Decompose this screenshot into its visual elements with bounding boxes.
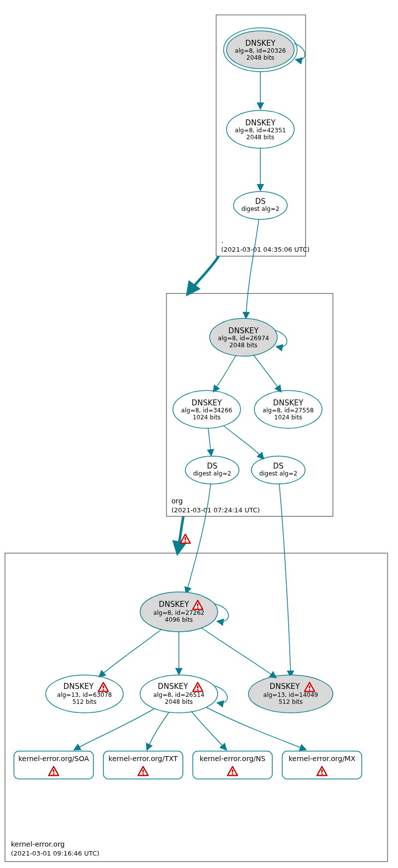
svg-text:digest alg=2: digest alg=2: [193, 470, 232, 477]
svg-text:DNSKEY: DNSKEY: [245, 118, 276, 127]
svg-text:DNSKEY: DNSKEY: [64, 682, 94, 691]
svg-text:alg=13, id=14049: alg=13, id=14049: [263, 691, 318, 698]
edge-root-ksk-selfloop: [294, 44, 305, 60]
edge-dom-ksk-to-zsk-c: [201, 628, 276, 677]
svg-text:DS: DS: [207, 462, 217, 471]
edge-org-ds2-to-dom-zsk-c: [279, 484, 291, 676]
warning-icon: [180, 534, 190, 543]
svg-text:kernel-error.org/NS: kernel-error.org/NS: [200, 755, 265, 763]
node-dom-zsk-b: DNSKEY alg=8, id=26514 2048 bits: [140, 675, 218, 713]
node-dom-zsk-a: DNSKEY alg=13, id=63078 512 bits: [46, 675, 123, 713]
edge-org-ds1-to-dom-ksk: [186, 484, 211, 593]
svg-text:kernel-error.org/TXT: kernel-error.org/TXT: [108, 755, 178, 763]
svg-text:alg=8, id=27558: alg=8, id=27558: [263, 407, 314, 414]
node-root-ds: DS digest alg=2: [234, 192, 287, 219]
svg-text:DNSKEY: DNSKEY: [245, 39, 276, 48]
svg-text:kernel-error.org/MX: kernel-error.org/MX: [289, 755, 356, 763]
svg-text:2048 bits: 2048 bits: [246, 134, 274, 141]
svg-text:DNSKEY: DNSKEY: [229, 326, 259, 335]
node-dom-ksk: DNSKEY alg=8, id=27262 4096 bits: [140, 592, 218, 632]
node-leaf-mx: kernel-error.org/MX: [282, 751, 362, 779]
svg-text:512 bits: 512 bits: [279, 698, 303, 705]
node-org-ds2: DS digest alg=2: [251, 456, 305, 484]
node-org-zsk1: DNSKEY alg=8, id=34266 1024 bits: [173, 390, 240, 428]
zone-domain-timestamp: (2021-03-01 09:16:46 UTC): [11, 850, 99, 857]
node-org-ds1: DS digest alg=2: [185, 456, 239, 484]
svg-text:alg=8, id=42351: alg=8, id=42351: [235, 127, 286, 134]
svg-text:alg=8, id=27262: alg=8, id=27262: [154, 609, 205, 616]
edge-org-to-domain-thick: [178, 516, 183, 551]
svg-text:2048 bits: 2048 bits: [165, 698, 193, 705]
edge-dom-zsk-b-to-txt: [147, 712, 169, 750]
node-org-zsk2: DNSKEY alg=8, id=27558 1024 bits: [254, 390, 322, 428]
node-root-ksk: DNSKEY alg=8, id=20326 2048 bits: [224, 28, 297, 72]
svg-text:digest alg=2: digest alg=2: [241, 205, 280, 212]
svg-text:2048 bits: 2048 bits: [246, 54, 274, 61]
edge-dom-ksk-to-zsk-a: [99, 629, 161, 676]
svg-text:alg=8, id=26974: alg=8, id=26974: [218, 335, 269, 342]
svg-text:alg=8, id=26514: alg=8, id=26514: [154, 691, 205, 698]
svg-text:kernel-error.org/SOA: kernel-error.org/SOA: [18, 755, 89, 763]
svg-text:512 bits: 512 bits: [73, 698, 97, 705]
zone-domain-label: kernel-error.org: [11, 840, 65, 848]
edge-org-zsk1-to-ds2: [224, 426, 263, 459]
edge-dom-zsk-b-to-soa: [75, 709, 154, 750]
svg-text:DS: DS: [255, 197, 265, 206]
svg-text:2048 bits: 2048 bits: [230, 342, 257, 349]
zone-org-timestamp: (2021-03-01 07:24:14 UTC): [171, 506, 260, 514]
svg-text:DNSKEY: DNSKEY: [270, 682, 301, 691]
zone-root-timestamp: (2021-03-01 04:35:06 UTC): [221, 246, 310, 253]
edge-org-zsk1-to-ds1: [208, 428, 211, 455]
dnssec-graph: . (2021-03-01 04:35:06 UTC) DNSKEY alg=8…: [0, 0, 398, 868]
svg-text:digest alg=2: digest alg=2: [259, 470, 298, 477]
svg-text:alg=8, id=20326: alg=8, id=20326: [235, 47, 286, 54]
edge-root-to-org-thick: [189, 256, 219, 292]
node-root-zsk: DNSKEY alg=8, id=42351 2048 bits: [227, 110, 294, 148]
svg-text:DNSKEY: DNSKEY: [192, 398, 223, 407]
svg-text:DS: DS: [273, 462, 283, 471]
node-org-ksk: DNSKEY alg=8, id=26974 2048 bits: [210, 318, 277, 356]
edge-org-ksk-to-zsk2: [253, 355, 281, 391]
zone-root-label: .: [221, 236, 223, 244]
edge-root-ds-to-org-ksk: [246, 219, 259, 318]
edge-dom-zsk-b-to-mx: [206, 707, 306, 750]
svg-text:1024 bits: 1024 bits: [274, 414, 302, 421]
node-leaf-soa: kernel-error.org/SOA: [14, 751, 93, 779]
svg-text:DNSKEY: DNSKEY: [159, 600, 190, 609]
svg-text:4096 bits: 4096 bits: [165, 616, 193, 623]
zone-org-label: org: [171, 497, 183, 505]
svg-text:DNSKEY: DNSKEY: [273, 398, 304, 407]
node-leaf-ns: kernel-error.org/NS: [193, 751, 272, 779]
svg-text:1024 bits: 1024 bits: [193, 414, 221, 421]
node-dom-zsk-c: DNSKEY alg=13, id=14049 512 bits: [248, 675, 333, 713]
svg-text:alg=13, id=63078: alg=13, id=63078: [57, 691, 112, 698]
edge-org-ksk-to-zsk1: [214, 355, 236, 391]
node-leaf-txt: kernel-error.org/TXT: [103, 751, 183, 779]
svg-text:alg=8, id=34266: alg=8, id=34266: [181, 407, 233, 414]
svg-text:DNSKEY: DNSKEY: [158, 682, 189, 691]
edge-dom-zsk-b-to-ns: [191, 711, 226, 750]
